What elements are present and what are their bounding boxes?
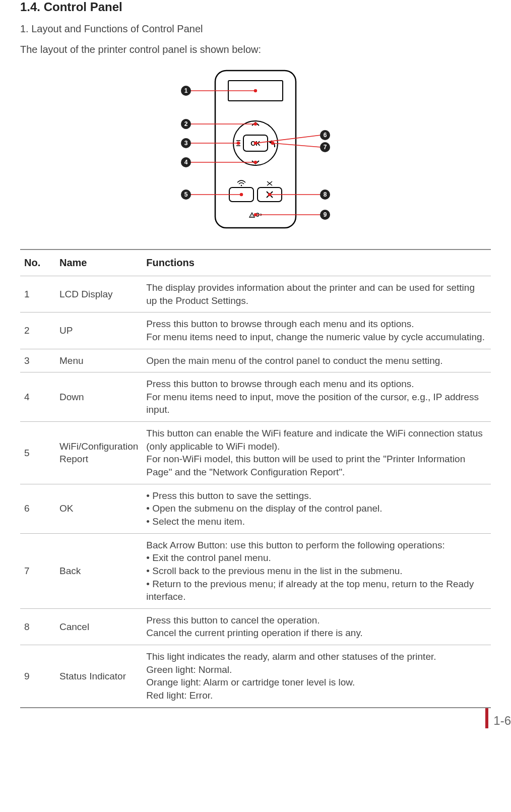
cell-no: 4 [20, 372, 55, 422]
svg-text:3: 3 [184, 140, 188, 147]
cell-func: Press this button to browse through each… [142, 372, 491, 422]
svg-point-33 [269, 194, 271, 196]
page-number-bar [485, 708, 488, 728]
cell-func: The display provides information about t… [142, 276, 491, 313]
table-row: 4DownPress this button to browse through… [20, 372, 491, 422]
table-row: 3MenuOpen the main menu of the control p… [20, 349, 491, 372]
svg-point-19 [254, 90, 257, 92]
col-header-no: No. [20, 249, 55, 276]
cell-func: Press this button to browse through each… [142, 313, 491, 349]
cell-no: 3 [20, 349, 55, 372]
svg-point-29 [254, 142, 257, 145]
svg-text:2: 2 [184, 120, 188, 128]
cell-func: Back Arrow Button: use this button to pe… [142, 533, 491, 608]
svg-text:7: 7 [324, 144, 327, 151]
cell-no: 8 [20, 608, 55, 645]
cell-name: Down [55, 372, 142, 422]
cell-name: LCD Display [55, 276, 142, 313]
section-heading: 1.4. Control Panel [20, 0, 491, 14]
page-number-text: 1-6 [493, 714, 511, 728]
cell-func: This button can enable the WiFi feature … [142, 422, 491, 484]
table-row: 2UPPress this button to browse through e… [20, 313, 491, 349]
section-intro: The layout of the printer control panel … [20, 44, 491, 55]
cell-func: Press this button to cancel the operatio… [142, 608, 491, 645]
svg-point-31 [272, 142, 274, 145]
control-panel-svg: OK ! [160, 68, 351, 234]
svg-point-35 [254, 214, 257, 216]
cell-func: This light indicates the ready, alarm an… [142, 645, 491, 708]
table-row: 9Status IndicatorThis light indicates th… [20, 645, 491, 708]
table-row: 1LCD DisplayThe display provides informa… [20, 276, 491, 313]
col-header-name: Name [55, 249, 142, 276]
table-row: 5WiFi/Configuration ReportThis button ca… [20, 422, 491, 484]
svg-text:1: 1 [184, 87, 188, 94]
cell-name: Status Indicator [55, 645, 142, 708]
page-number: 1-6 [485, 708, 511, 728]
svg-text:!: ! [251, 214, 252, 217]
cell-no: 6 [20, 484, 55, 533]
cell-no: 7 [20, 533, 55, 608]
table-row: 7BackBack Arrow Button: use this button … [20, 533, 491, 608]
cell-name: Back [55, 533, 142, 608]
svg-point-21 [254, 123, 257, 126]
table-row: 6OK• Press this button to save the setti… [20, 484, 491, 533]
cell-name: OK [55, 484, 142, 533]
svg-text:9: 9 [324, 211, 327, 218]
svg-point-9 [241, 185, 242, 186]
cell-no: 5 [20, 422, 55, 484]
functions-table: No. Name Functions 1LCD DisplayThe displ… [20, 249, 491, 708]
cell-func: Open the main menu of the control panel … [142, 349, 491, 372]
table-row: 8CancelPress this button to cancel the o… [20, 608, 491, 645]
cell-no: 1 [20, 276, 55, 313]
svg-point-23 [237, 142, 240, 145]
svg-text:8: 8 [324, 191, 327, 198]
cell-no: 9 [20, 645, 55, 708]
cell-name: Cancel [55, 608, 142, 645]
cell-name: WiFi/Configuration Report [55, 422, 142, 484]
svg-text:6: 6 [324, 132, 327, 139]
cell-func: • Press this button to save the settings… [142, 484, 491, 533]
section-subheading: 1. Layout and Functions of Control Panel [20, 23, 491, 35]
control-panel-diagram: OK ! [20, 68, 491, 234]
svg-text:5: 5 [184, 191, 188, 198]
svg-point-27 [240, 194, 243, 196]
svg-text:4: 4 [184, 159, 188, 166]
cell-name: UP [55, 313, 142, 349]
cell-name: Menu [55, 349, 142, 372]
svg-point-25 [254, 161, 257, 164]
col-header-func: Functions [142, 249, 491, 276]
cell-no: 2 [20, 313, 55, 349]
